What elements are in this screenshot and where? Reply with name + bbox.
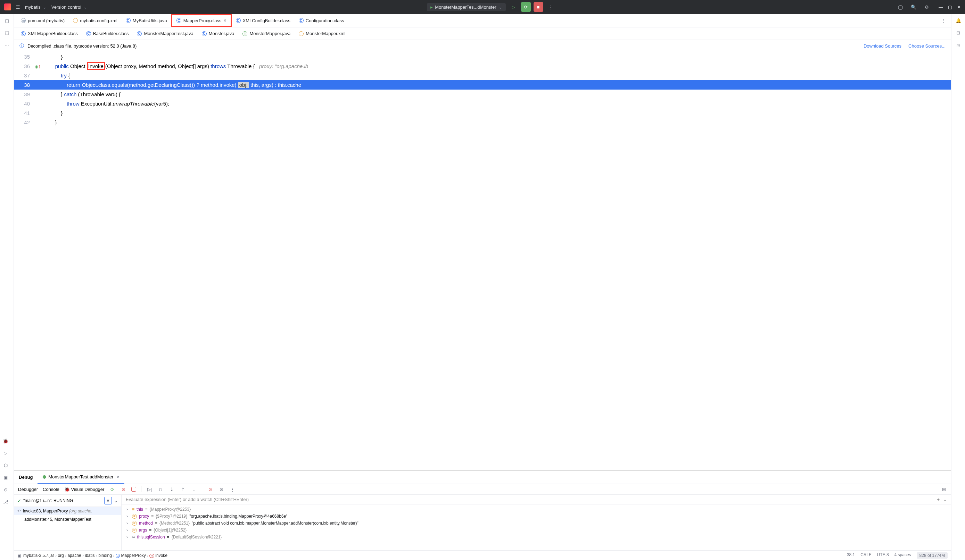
file-type-icon: C	[177, 18, 182, 23]
visual-debugger-subtab[interactable]: 🐞 Visual Debugger	[64, 487, 105, 492]
git-icon[interactable]: ⎇	[3, 499, 8, 504]
notifications-icon[interactable]: 🔔	[956, 18, 961, 23]
encoding[interactable]: UTF-8	[877, 552, 889, 558]
run-button[interactable]: ▷	[509, 2, 518, 12]
field-icon: ≡	[132, 507, 134, 512]
eval-input[interactable]: Evaluate expression (Enter) or add a wat…	[126, 497, 249, 502]
file-tab[interactable]: MonsterMapper.xml	[294, 28, 350, 39]
expand-icon[interactable]: ›	[126, 514, 130, 519]
minimize-icon[interactable]: —	[939, 5, 943, 10]
breadcrumb-item[interactable]: org	[58, 553, 64, 558]
debug-panel-tab[interactable]: Debug	[14, 471, 38, 483]
file-tab[interactable]: CMonsterMapperTest.java	[133, 28, 197, 39]
file-tab[interactable]: CMyBatisUtils.java	[121, 15, 171, 26]
rerun-icon[interactable]: ⟳	[109, 487, 115, 492]
step-out-icon[interactable]: ⇡	[180, 487, 186, 492]
project-selector[interactable]: mybatis ⌄	[25, 5, 47, 10]
file-tab[interactable]: CConfiguration.class	[294, 15, 348, 26]
variable-row[interactable]: ›P method = {Method@2251} "public abstra…	[121, 520, 951, 527]
stop-debug-icon[interactable]: ⊘	[120, 487, 126, 492]
layout-icon[interactable]: ⊞	[941, 487, 947, 492]
view-breakpoints-icon[interactable]: ⊙	[207, 487, 213, 492]
structure-tool-icon[interactable]: ⬚	[5, 30, 9, 36]
close-session-icon[interactable]: ×	[117, 474, 120, 480]
stack-frame[interactable]: addMonster:45, MonsterMapperTest	[14, 515, 121, 524]
breadcrumb-item[interactable]: m invoke	[149, 553, 167, 558]
mute-breakpoints-icon[interactable]: ⊘	[218, 487, 224, 492]
breadcrumb-item[interactable]: mybatis-3.5.7.jar	[23, 553, 54, 558]
terminal-icon[interactable]: ▣	[3, 475, 8, 480]
run-config-selector[interactable]: ▸ MonsterMapperTes...dMonster ⌄	[427, 3, 505, 11]
filter-frames-icon[interactable]: ▼	[104, 497, 112, 504]
expand-icon[interactable]: ›	[126, 521, 130, 526]
problems-icon[interactable]: ⊙	[4, 487, 8, 492]
stack-frame[interactable]: ↶invoke:83, MapperProxy (org.apache.	[14, 507, 121, 515]
more-tool-icon[interactable]: ⋯	[5, 42, 9, 47]
more-actions-icon[interactable]: ⋮	[546, 2, 556, 12]
cursor-position[interactable]: 38:1	[847, 552, 855, 558]
debug-more-icon[interactable]: ⋮	[229, 487, 236, 492]
step-into-icon[interactable]: ⇣	[168, 487, 175, 492]
close-tab-icon[interactable]: ×	[223, 18, 226, 23]
file-tab-label: MonsterMapper.java	[249, 31, 290, 36]
file-tab[interactable]: CMonster.java	[198, 28, 239, 39]
breadcrumb-item[interactable]: ibatis	[85, 553, 95, 558]
vcs-selector[interactable]: Version control ⌄	[51, 5, 87, 10]
param-icon: P	[132, 514, 137, 519]
run-to-cursor-icon[interactable]: ↓	[191, 487, 197, 492]
variable-row[interactable]: ›≡ this = {MapperProxy@2253}	[121, 506, 951, 513]
settings-icon[interactable]: ⚙	[922, 2, 932, 12]
breadcrumb-item[interactable]: binding	[98, 553, 112, 558]
pause-icon[interactable]	[131, 487, 136, 491]
add-watch-icon[interactable]: +	[937, 497, 940, 502]
debugger-subtab[interactable]: Debugger	[18, 487, 38, 492]
console-subtab[interactable]: Console	[43, 487, 59, 492]
file-tab[interactable]: CXMLConfigBuilder.class	[232, 15, 294, 26]
app-logo	[4, 3, 11, 10]
choose-sources-link[interactable]: Choose Sources...	[908, 43, 945, 49]
indent[interactable]: 4 spaces	[895, 552, 911, 558]
file-type-icon: C	[137, 31, 142, 36]
variable-row[interactable]: ›P proxy = {$Proxy7@2219} "org.apache.ib…	[121, 513, 951, 520]
expand-icon[interactable]: ›	[126, 535, 130, 539]
expand-icon[interactable]: ›	[126, 528, 130, 532]
tabs-more-icon[interactable]: ⋮	[938, 15, 948, 26]
code-editor[interactable]: 35 } 36◉↑ public Object invoke(Object pr…	[14, 52, 951, 470]
file-tab[interactable]: CBaseBuilder.class	[82, 28, 133, 39]
variable-row[interactable]: ›P args = {Object[1]@2252}	[121, 527, 951, 534]
search-icon[interactable]: 🔍	[909, 2, 918, 12]
breadcrumb-item[interactable]: apache	[67, 553, 81, 558]
file-tab[interactable]: mybatis-config.xml	[69, 15, 121, 26]
debug-session-tab[interactable]: ⬢ MonsterMapperTest.addMonster ×	[38, 471, 124, 483]
breadcrumb-item[interactable]: C MapperProxy	[116, 553, 146, 558]
current-breakpoint-line[interactable]: 38 return Object.class.equals(method.get…	[14, 80, 951, 90]
database-icon[interactable]: ⊟	[956, 30, 960, 36]
step-over-icon[interactable]: ⎍	[157, 487, 164, 492]
file-tab[interactable]: CMapperProxy.class×	[171, 14, 232, 27]
thread-selector[interactable]: "main"@1 i...n": RUNNING	[23, 498, 102, 503]
eval-dropdown-icon[interactable]: ⌄	[943, 497, 947, 502]
run-gutter-icon[interactable]: ▷	[4, 451, 7, 456]
decompiled-notice: ⓘ Decompiled .class file, bytecode versi…	[14, 40, 951, 52]
variable-row[interactable]: ›∞ this.sqlSession = {DefaultSqlSession@…	[121, 534, 951, 540]
file-tab[interactable]: CXMLMapperBuilder.class	[17, 28, 82, 39]
resume-icon[interactable]: ▷|	[146, 487, 152, 492]
frames-dropdown-icon[interactable]: ⌄	[114, 498, 118, 503]
override-gutter-icon[interactable]: ◉	[35, 64, 38, 69]
services-icon[interactable]: ⬡	[4, 463, 8, 468]
project-tool-icon[interactable]: ▢	[5, 18, 9, 23]
file-tab[interactable]: IMonsterMapper.java	[238, 28, 294, 39]
expand-icon[interactable]: ›	[126, 507, 130, 512]
maven-icon[interactable]: m	[957, 42, 960, 48]
file-tab[interactable]: mpom.xml (mybatis)	[17, 15, 69, 26]
main-menu-icon[interactable]: ☰	[16, 5, 20, 10]
debug-button[interactable]: ⟳	[521, 2, 531, 12]
user-icon[interactable]: ◯	[896, 2, 905, 12]
debug-gutter-icon[interactable]: 🐞	[3, 439, 8, 444]
maximize-icon[interactable]: ▢	[948, 5, 952, 10]
stop-button[interactable]: ■	[533, 2, 543, 12]
memory-indicator[interactable]: 828 of 1774M	[917, 552, 948, 558]
line-separator[interactable]: CRLF	[860, 552, 871, 558]
close-icon[interactable]: ✕	[957, 5, 961, 10]
download-sources-link[interactable]: Download Sources	[864, 43, 901, 49]
